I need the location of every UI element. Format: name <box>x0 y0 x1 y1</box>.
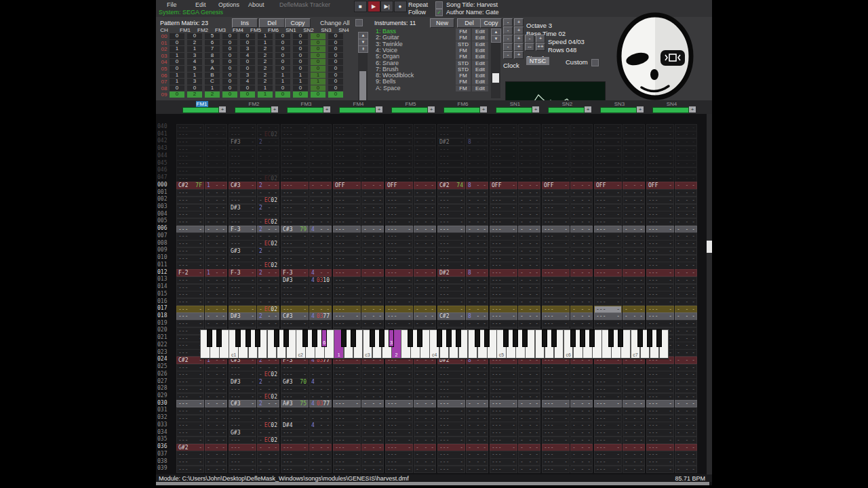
pattern-cell[interactable]: ------ - <box>437 232 488 240</box>
matrix-ins-button[interactable]: Ins <box>232 18 258 28</box>
matrix-cell[interactable]: 0 <box>222 79 237 85</box>
pattern-cell[interactable]: ------ - <box>384 203 435 211</box>
pattern-cell[interactable]: OFF--- - <box>593 182 644 189</box>
pattern-cell[interactable]: ------ - <box>384 443 435 451</box>
pattern-cell[interactable]: ------ - <box>228 232 279 240</box>
pattern-cell[interactable]: C#3-40377 <box>280 312 331 320</box>
pattern-cell[interactable]: ------ - <box>437 305 488 312</box>
pattern-cell[interactable]: ------ - <box>593 429 644 436</box>
pattern-cell[interactable]: ------ - <box>437 276 488 283</box>
pattern-cell[interactable]: ------ - <box>176 203 226 211</box>
channel-add-button[interactable]: + <box>219 106 226 113</box>
channel-volume-bar[interactable] <box>652 107 689 113</box>
pattern-cell[interactable]: ------ - <box>489 160 540 167</box>
pattern-cell[interactable]: D#3-2- - <box>228 203 279 211</box>
matrix-cell[interactable]: 3 <box>187 79 202 85</box>
pattern-cell[interactable]: ------ - <box>332 138 383 145</box>
matrix-cell[interactable]: 0 <box>275 46 290 52</box>
pattern-cell[interactable]: ------ - <box>176 400 226 407</box>
note-volume-box[interactable]: ---- <box>385 466 413 473</box>
matrix-cell[interactable]: 2 <box>258 79 273 85</box>
pattern-cell[interactable]: ------ - <box>384 451 435 458</box>
pattern-cell[interactable]: ------ - <box>646 160 696 167</box>
pattern-cell[interactable]: F-2-1- - <box>176 269 226 277</box>
pattern-cell[interactable]: ------ - <box>593 240 644 247</box>
menu-edit[interactable]: Edit <box>195 1 206 8</box>
pattern-cell[interactable]: ------ - <box>593 371 644 378</box>
matrix-cell[interactable]: 0 <box>311 66 326 72</box>
matrix-cell[interactable]: 0 <box>240 33 255 39</box>
pattern-cell[interactable]: ------ - <box>384 414 435 422</box>
pattern-cell[interactable]: ------ - <box>332 262 383 269</box>
pattern-cell[interactable]: -----EC02 <box>228 305 279 312</box>
pattern-cell[interactable]: ------ - <box>646 363 696 371</box>
matrix-copy-button[interactable]: Copy <box>285 18 311 28</box>
pattern-cell[interactable]: ------ - <box>228 298 279 306</box>
pattern-cell[interactable]: ------ - <box>541 189 592 197</box>
piano-key-black[interactable] <box>475 329 480 347</box>
matrix-row[interactable]: 010260010000 <box>156 40 357 47</box>
pattern-cell[interactable]: ------ - <box>489 189 540 197</box>
matrix-cell[interactable]: 0 <box>293 66 308 72</box>
piano-key-black[interactable] <box>513 329 518 347</box>
pattern-cell[interactable]: ------ - <box>489 131 540 138</box>
pattern-cell[interactable]: ------ - <box>384 291 435 298</box>
pattern-cell[interactable]: ------ - <box>593 436 644 443</box>
instrument-effect-box[interactable]: -- - <box>466 466 488 473</box>
pattern-cell[interactable]: D#3-40310 <box>280 276 331 283</box>
pattern-cell[interactable]: ------ - <box>437 363 488 371</box>
instrument-effect-box[interactable]: -- - <box>205 466 227 473</box>
pattern-cell[interactable]: ------ - <box>541 392 592 400</box>
matrix-cell[interactable]: 1 <box>293 79 308 85</box>
pattern-cell[interactable]: ------ - <box>541 320 592 327</box>
pattern-cell[interactable]: ------ - <box>541 174 592 182</box>
pattern-cell[interactable]: ------ - <box>384 189 435 197</box>
pattern-cell[interactable]: ------ - <box>489 225 540 232</box>
menu-file[interactable]: File <box>167 1 177 8</box>
pattern-cell[interactable]: ------ - <box>646 283 696 291</box>
instrument-edit-button[interactable]: Edit <box>472 66 488 73</box>
matrix-cell[interactable]: 0 <box>240 92 255 98</box>
matrix-cell[interactable]: 0 <box>328 53 343 59</box>
matrix-cell[interactable]: 4 <box>240 79 255 85</box>
pattern-cell[interactable]: ------ - <box>489 291 540 298</box>
matrix-cell[interactable]: 1 <box>293 73 308 79</box>
pattern-cell[interactable]: ------ - <box>176 145 226 152</box>
pattern-cell[interactable]: ------ - <box>176 298 226 306</box>
instrument-item[interactable]: A: SpaceFMEdit <box>372 85 491 92</box>
pattern-cell[interactable]: ------ - <box>437 203 488 211</box>
pattern-cell[interactable]: ------ - <box>646 196 696 203</box>
pattern-cell[interactable]: ------ - <box>280 138 331 145</box>
note-volume-box[interactable]: ---- <box>229 466 256 473</box>
pattern-cell[interactable]: ------ - <box>437 291 488 298</box>
pattern-cell[interactable]: ------ - <box>228 211 279 218</box>
pattern-cell[interactable]: -----EC02 <box>228 436 279 443</box>
pattern-cell[interactable]: ------ - <box>646 174 696 182</box>
pattern-cell[interactable]: ------ - <box>437 422 488 429</box>
piano-key-black[interactable] <box>370 329 375 347</box>
pattern-cell[interactable]: D#2-8- - <box>437 269 488 277</box>
pattern-cell[interactable]: ------ - <box>593 414 644 422</box>
pattern-cell[interactable]: ------ - <box>541 167 592 174</box>
decrease-button[interactable]: - <box>503 18 513 26</box>
matrix-cell[interactable]: 1 <box>311 73 326 79</box>
pattern-cell[interactable]: ------ - <box>280 232 331 240</box>
pattern-cell[interactable]: ------ - <box>176 305 226 312</box>
pattern-cell[interactable]: ------ - <box>646 131 696 138</box>
matrix-cell[interactable]: 0 <box>275 40 290 46</box>
piano-key-black[interactable] <box>484 329 490 347</box>
note-volume-box[interactable]: ---- <box>646 466 674 473</box>
pattern-cell[interactable]: ------ - <box>280 451 331 458</box>
pattern-cell[interactable]: ------ - <box>646 451 696 458</box>
pattern-cell[interactable]: ------ - <box>541 378 592 386</box>
pattern-cell[interactable]: ------ - <box>593 225 644 232</box>
piano-key-black[interactable] <box>608 329 614 347</box>
pattern-cell[interactable]: ------ - <box>280 305 331 312</box>
matrix-cell[interactable]: 0 <box>328 40 343 46</box>
pattern-cell[interactable]: ------ - <box>176 174 226 182</box>
pattern-cell[interactable]: ------ - <box>384 174 435 182</box>
matrix-cell[interactable]: 0 <box>311 59 326 65</box>
pattern-cell[interactable]: F#3-2- - <box>228 138 279 145</box>
pattern-cell[interactable]: ------ - <box>541 262 592 269</box>
pattern-cell[interactable]: ------ - <box>646 276 696 283</box>
